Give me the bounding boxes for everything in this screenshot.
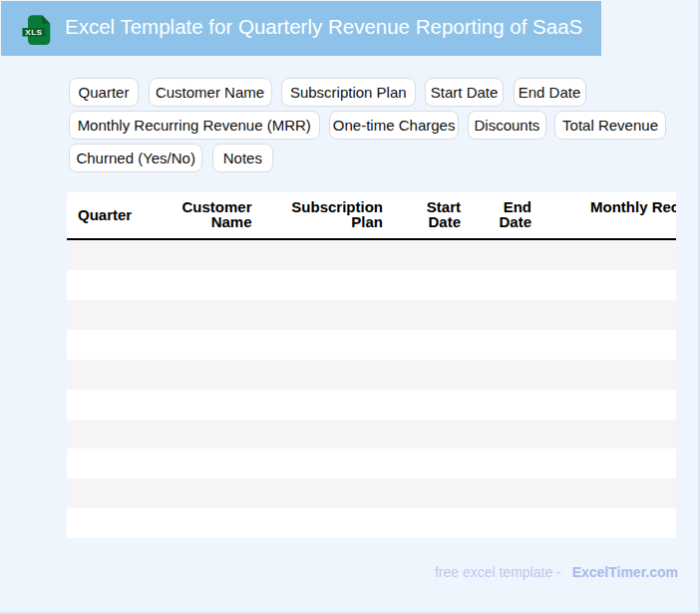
svg-text:XLS: XLS xyxy=(25,28,42,37)
